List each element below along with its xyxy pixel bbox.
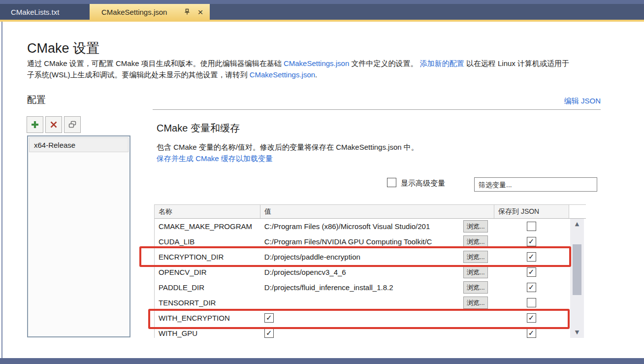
variable-name: PADDLE_DIR [155,283,260,292]
variables-table: 名称 值 保存到 JSON CMAKE_MAKE_PROGRAMC:/Progr… [154,204,586,338]
intro-text: 文件中定义的设置。 [349,59,419,67]
variables-heading: CMake 变量和缓存 [157,122,240,135]
tab-cmakelists[interactable]: CMakeLists.txt [0,4,90,20]
browse-button[interactable]: 浏览... [463,281,488,294]
duplicate-configuration-button[interactable] [64,116,81,133]
check-mark-icon: ✓ [528,253,535,261]
variable-value[interactable]: D:/projects/opencv3_4_6 [260,268,463,276]
configuration-list-item[interactable]: x64-Release [29,137,129,152]
scroll-up-arrow-icon[interactable]: ▲ [570,220,584,229]
variable-name: ENCRYPTION_DIR [155,253,260,261]
variable-name: WITH_GPU [155,329,260,337]
browse-button[interactable]: 浏览... [463,235,488,248]
browse-button[interactable]: 浏览... [463,266,488,278]
variable-name: CUDA_LIB [155,237,260,246]
show-advanced-label: 显示高级变量 [401,179,445,188]
saved-to-json-cell: ✓ [494,237,569,246]
saved-to-json-checkbox[interactable]: ✓ [527,313,536,323]
remove-x-icon [50,121,58,129]
variable-value[interactable]: D:/projects/paddle-encryption [260,253,463,261]
variable-value-checkbox[interactable]: ✓ [264,329,274,338]
table-row[interactable]: ENCRYPTION_DIRD:/projects/paddle-encrypt… [155,249,586,265]
saved-to-json-checkbox[interactable]: ✓ [527,283,536,292]
variable-value[interactable]: C:/Program Files (x86)/Microsoft Visual … [260,222,463,231]
scroll-down-arrow-icon[interactable]: ▼ [570,328,584,337]
variable-value[interactable]: C:/Program Files/NVIDIA GPU Computing To… [260,237,463,246]
variable-value-cell[interactable]: D:/projects/fluid_inference_install_1.8.… [260,281,494,294]
saved-to-json-cell: ✓ [494,252,569,262]
remove-configuration-button[interactable] [45,116,62,133]
variable-value-cell[interactable]: ✓ [260,329,494,338]
check-mark-icon: ✓ [528,238,535,245]
configurations-list[interactable]: x64-Release [27,135,130,337]
variable-value-cell[interactable]: D:/projects/paddle-encryption浏览... [260,251,494,263]
table-row[interactable]: CUDA_LIBC:/Program Files/NVIDIA GPU Comp… [155,234,586,249]
intro-text: . [315,70,317,79]
window-top-strip [0,0,644,4]
saved-to-json-checkbox[interactable]: ✓ [527,252,536,262]
pin-icon[interactable] [182,7,192,17]
variable-value-cell[interactable]: D:/projects/opencv3_4_6浏览... [260,266,494,278]
configurations-heading: 配置 [27,94,46,106]
variable-value-cell[interactable]: C:/Program Files/NVIDIA GPU Computing To… [260,235,494,248]
saved-to-json-checkbox[interactable]: ✓ [527,329,536,338]
saved-to-json-checkbox[interactable] [527,222,536,231]
document-tab-bar: CMakeLists.txt CMakeSettings.json × [0,4,644,20]
variable-value-cell[interactable]: C:/Program Files (x86)/Microsoft Visual … [260,220,494,232]
scrollbar-thumb[interactable] [573,244,581,295]
browse-button[interactable]: 浏览... [463,297,488,309]
intro-line-2: 子系统(WSL)上生成和调试。要编辑此处未显示的其他设置，请转到 CMakeSe… [27,70,640,80]
show-advanced-checkbox[interactable] [387,178,396,187]
check-mark-icon: ✓ [528,314,535,322]
check-mark-icon: ✓ [266,314,272,322]
variable-name: CMAKE_MAKE_PROGRAM [155,222,260,231]
table-row[interactable]: PADDLE_DIRD:/projects/fluid_inference_in… [155,280,586,295]
add-configuration-button[interactable] [27,116,43,133]
column-header-spacer [569,205,586,218]
table-row[interactable]: OPENCV_DIRD:/projects/opencv3_4_6浏览...✓ [155,265,586,280]
table-row[interactable]: WITH_GPU✓✓ [155,326,586,338]
variable-value-checkbox[interactable]: ✓ [264,313,274,323]
close-icon[interactable]: × [195,7,206,17]
browse-button[interactable]: 浏览... [463,220,488,232]
configurations-toolbar [27,116,81,133]
saved-to-json-checkbox[interactable]: ✓ [527,267,536,277]
variable-value-cell[interactable]: 浏览... [260,297,494,309]
intro-text: 以在远程 Linux 计算机或适用于 [464,59,569,67]
edit-json-link[interactable]: 编辑 JSON [564,97,601,106]
tab-label: CMakeSettings.json [101,8,182,16]
save-and-generate-cache-link[interactable]: 保存并生成 CMake 缓存以加载变量 [157,154,273,164]
saved-to-json-cell: ✓ [494,329,569,338]
tab-cmakesettings[interactable]: CMakeSettings.json × [90,4,210,20]
intro-text: 子系统(WSL)上生成和调试。要编辑此处未显示的其他设置，请转到 [27,70,250,79]
variables-description: 包含 CMake 变量的名称/值对。修改后的变量将保存在 CMakeSettin… [157,143,419,152]
column-header-value[interactable]: 值 [260,205,494,218]
column-header-name[interactable]: 名称 [155,205,260,218]
column-header-saved-to-json[interactable]: 保存到 JSON [494,205,569,218]
link-add-new-configuration[interactable]: 添加新的配置 [420,59,464,67]
saved-to-json-checkbox[interactable] [527,298,536,307]
saved-to-json-cell [494,222,569,231]
table-row[interactable]: TENSORRT_DIR浏览... [155,295,586,310]
filter-row: 显示高级变量 [0,177,644,192]
cmake-settings-editor: CMakeLists.txt CMakeSettings.json × CMak… [0,0,644,364]
table-scrollbar[interactable]: ▲ ▼ [570,219,584,338]
variable-value[interactable]: D:/projects/fluid_inference_install_1.8.… [260,283,463,292]
window-bottom-strip [0,358,644,364]
table-row[interactable]: CMAKE_MAKE_PROGRAMC:/Program Files (x86)… [155,219,586,234]
filter-variables-input[interactable] [474,177,597,192]
saved-to-json-cell: ✓ [494,313,569,323]
variable-value-cell[interactable]: ✓ [260,313,494,323]
link-cmakesettings-json[interactable]: CMakeSettings.json [284,59,349,67]
browse-button[interactable]: 浏览... [463,251,488,263]
add-plus-icon [31,120,39,129]
table-row[interactable]: WITH_ENCRYPTION✓✓ [155,310,586,326]
intro-line-1: 通过 CMake 设置，可配置 CMake 项目生成和版本。使用此编辑器编辑在基… [27,59,640,68]
check-mark-icon: ✓ [528,284,535,291]
link-cmakesettings-json[interactable]: CMakeSettings.json [250,70,315,79]
saved-to-json-checkbox[interactable]: ✓ [527,237,536,246]
page-title: CMake 设置 [27,39,99,57]
saved-to-json-cell [494,298,569,307]
table-header: 名称 值 保存到 JSON [155,205,586,219]
document-area: CMake 设置 通过 CMake 设置，可配置 CMake 项目生成和版本。使… [0,22,644,358]
